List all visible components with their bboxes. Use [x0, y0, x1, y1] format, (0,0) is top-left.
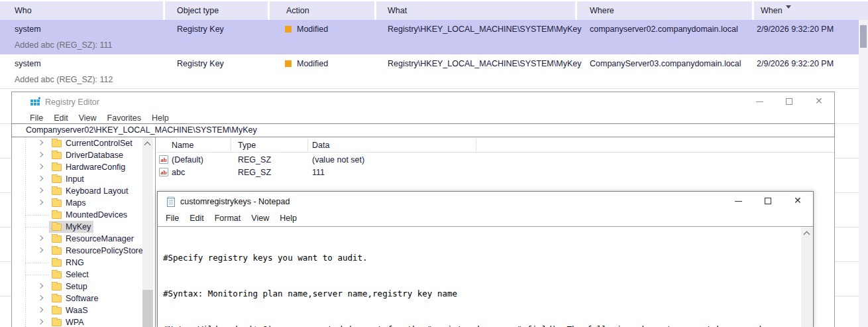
tree-item[interactable]: DriverDatabase [12, 149, 142, 161]
menu-help[interactable]: Help [146, 111, 174, 125]
tree-item[interactable]: RNG [12, 257, 142, 269]
close-button[interactable]: ✕ [783, 192, 813, 212]
menu-edit[interactable]: Edit [184, 212, 209, 225]
value-type: REG_SZ [238, 168, 271, 177]
minimize-button[interactable] [745, 92, 775, 111]
menu-help[interactable]: Help [274, 212, 302, 225]
column-divider[interactable] [268, 1, 270, 20]
tree-item[interactable]: Setup [12, 281, 142, 293]
tree-vertical-scrollbar[interactable] [142, 137, 153, 327]
tree-item[interactable]: CurrentControlSet [12, 137, 142, 149]
chevron-right-icon[interactable] [38, 319, 43, 324]
tree-label: Select [66, 270, 89, 279]
menu-favorites[interactable]: Favorites [102, 111, 146, 125]
sort-descending-icon[interactable] [786, 5, 791, 9]
column-header-object-type[interactable]: Object type [177, 6, 219, 15]
notepad-vertical-scrollbar[interactable] [801, 228, 813, 327]
tree-stub-line [26, 215, 50, 216]
chevron-right-icon[interactable] [38, 200, 43, 205]
registry-value-row[interactable]: ab (Default) REG_SZ (value not set) [157, 154, 834, 166]
cell-when: 2/9/2026 9:32:20 PM [757, 25, 834, 34]
chevron-right-icon[interactable] [38, 140, 43, 145]
maximize-button[interactable] [753, 192, 783, 212]
cell-where: companyserver02.companydomain.local [590, 25, 738, 34]
scroll-up-icon[interactable] [804, 231, 810, 238]
chevron-right-icon[interactable] [38, 295, 43, 300]
tree-item[interactable]: ResourcePolicyStore [12, 245, 142, 257]
tree-item[interactable]: Keyboard Layout [12, 185, 142, 197]
folder-icon [52, 188, 62, 195]
table-vertical-scrollbar[interactable] [859, 20, 868, 327]
tree-item[interactable]: MountedDevices [12, 209, 142, 221]
minimize-icon [735, 201, 742, 202]
cell-object-type: Registry Key [177, 25, 224, 34]
scroll-up-icon[interactable] [144, 142, 151, 149]
maximize-button[interactable] [775, 92, 804, 111]
column-divider[interactable] [231, 139, 231, 151]
column-divider[interactable] [752, 1, 754, 20]
close-icon: ✕ [794, 195, 802, 206]
minimize-icon [756, 101, 763, 102]
table-row[interactable]: system Added abc (REG_SZ): 112 Registry … [0, 54, 859, 89]
registry-value-row[interactable]: ab abc REG_SZ 111 [157, 166, 834, 179]
close-icon: ✕ [815, 96, 823, 106]
tree-item[interactable]: WPA [12, 316, 142, 327]
tree-item[interactable]: Maps [12, 197, 142, 209]
menu-file[interactable]: File [160, 212, 184, 225]
registry-titlebar[interactable]: Registry Editor ✕ [12, 92, 834, 111]
value-type: REG_SZ [238, 155, 271, 164]
row-separator [0, 88, 859, 89]
chevron-right-icon[interactable] [38, 176, 43, 181]
close-button[interactable]: ✕ [804, 92, 834, 111]
menu-view[interactable]: View [246, 212, 274, 225]
column-header-what[interactable]: What [388, 6, 407, 15]
tree-scrollbar-thumb[interactable] [142, 290, 153, 327]
column-divider[interactable] [575, 1, 577, 20]
column-divider[interactable] [476, 139, 476, 151]
table-scrollbar-thumb[interactable] [860, 25, 867, 48]
values-column-name[interactable]: Name [172, 141, 193, 150]
values-column-type[interactable]: Type [238, 141, 256, 150]
tree-stub-line [26, 263, 50, 263]
values-column-data[interactable]: Data [312, 141, 329, 150]
column-divider[interactable] [374, 1, 376, 20]
folder-icon [52, 247, 62, 255]
notepad-text-area[interactable]: #Specify registry keys you want to audit… [158, 226, 813, 327]
menu-format[interactable]: Format [209, 212, 246, 225]
chevron-right-icon[interactable] [38, 283, 43, 289]
menu-view[interactable]: View [74, 111, 102, 125]
notepad-titlebar[interactable]: customregistrykeys - Notepad ✕ [158, 192, 813, 212]
chevron-right-icon[interactable] [38, 188, 43, 193]
chevron-right-icon[interactable] [38, 152, 43, 157]
tree-item-selected[interactable]: MyKey [12, 221, 142, 233]
chevron-right-icon[interactable] [38, 247, 43, 253]
table-row-selected[interactable]: system Added abc (REG_SZ): 111 Registry … [0, 20, 859, 54]
folder-icon [52, 152, 62, 159]
menu-file[interactable]: File [25, 111, 48, 125]
tree-item[interactable]: WaaS [12, 304, 142, 316]
column-header-who[interactable]: Who [15, 6, 32, 15]
chevron-right-icon[interactable] [38, 307, 43, 312]
folder-icon [52, 224, 62, 231]
cell-who: system [15, 25, 41, 34]
minimize-button[interactable] [724, 192, 753, 212]
column-divider[interactable] [307, 139, 308, 151]
chevron-right-icon[interactable] [38, 164, 43, 169]
tree-stub-line [26, 227, 50, 228]
registry-tree: CurrentControlSet DriverDatabase Hardwar… [12, 137, 142, 327]
tree-item[interactable]: Input [12, 173, 142, 185]
column-header-when[interactable]: When [761, 6, 783, 15]
pane-splitter[interactable] [155, 137, 156, 327]
column-header-where[interactable]: Where [590, 6, 614, 15]
tree-item[interactable]: HardwareConfig [12, 161, 142, 173]
column-header-action[interactable]: Action [286, 6, 309, 15]
column-divider[interactable] [163, 1, 165, 20]
chevron-right-icon[interactable] [38, 235, 43, 241]
menu-edit[interactable]: Edit [48, 111, 74, 125]
tree-label: Input [66, 174, 84, 184]
tree-item[interactable]: Select [12, 269, 142, 281]
tree-item[interactable]: Software [12, 293, 142, 304]
registry-address-bar[interactable]: Companyserver02\HKEY_LOCAL_MACHINE\SYSTE… [11, 123, 835, 137]
notepad-menubar: File Edit Format View Help [158, 212, 813, 225]
tree-item[interactable]: ResourceManager [12, 233, 142, 245]
